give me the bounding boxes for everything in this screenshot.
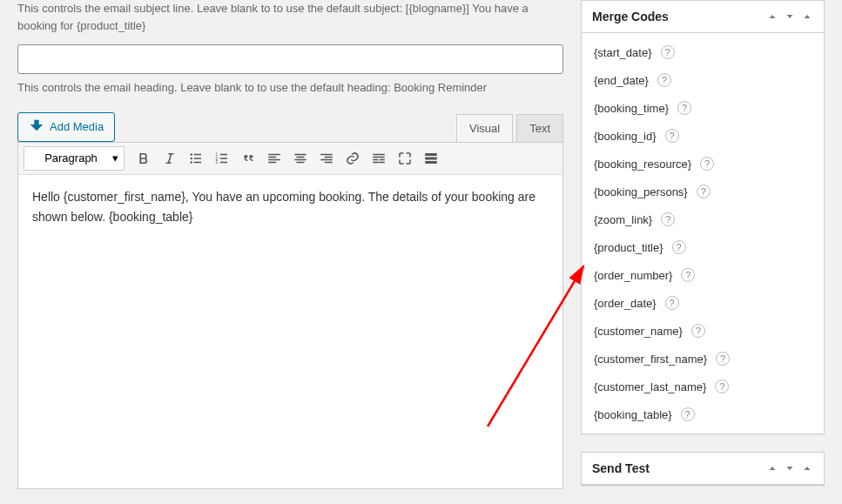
align-center-button[interactable] [288,146,313,171]
svg-point-2 [191,161,192,163]
help-icon[interactable]: ? [715,380,729,393]
subject-help-text: This controls the email subject line. Le… [17,0,563,34]
merge-code[interactable]: {customer_name} [594,325,683,338]
panel-move-down-icon[interactable] [784,462,796,474]
merge-code-item: {start_date}? [582,38,824,66]
email-heading-input[interactable] [17,44,563,74]
send-test-title: Send Test [592,461,650,475]
merge-code-item: {order_number}? [582,261,824,289]
editor-mode-tabs: Visual Text [456,114,563,142]
merge-code[interactable]: {start_date} [594,46,652,59]
merge-code[interactable]: {booking_resource} [594,158,691,171]
link-button[interactable] [340,146,365,171]
add-media-label: Add Media [50,120,104,133]
merge-code-item: {booking_table}? [582,400,824,428]
panel-toggle-icon[interactable] [801,462,813,474]
svg-rect-6 [425,153,437,156]
sidebar-column: Merge Codes {start_date}?{end_date}?{boo… [581,0,842,504]
merge-codes-list: {start_date}?{end_date}?{booking_time}?{… [582,33,824,433]
merge-code-item: {customer_last_name}? [582,373,824,400]
merge-code-item: {booking_time}? [582,94,824,122]
merge-code[interactable]: {customer_first_name} [594,353,707,366]
help-icon[interactable]: ? [681,268,695,282]
numbered-list-button[interactable]: 123 [210,146,234,171]
svg-point-1 [191,157,192,158]
panel-move-up-icon[interactable] [766,10,778,23]
blockquote-button[interactable] [236,146,260,171]
bold-button[interactable] [131,146,156,171]
editor-toolbar: Paragraph ▾ 123 [18,143,562,175]
merge-code[interactable]: {product_title} [594,241,663,254]
help-icon[interactable]: ? [700,157,714,171]
merge-code-item: {customer_first_name}? [582,345,824,373]
bullet-list-button[interactable] [184,146,208,171]
merge-code-item: {customer_name}? [582,317,824,345]
help-icon[interactable]: ? [697,185,711,198]
panel-toggle-icon[interactable] [801,10,813,23]
wysiwyg-editor: Paragraph ▾ 123 Hello {customer_first_na… [17,142,563,489]
merge-code-item: {booking_persons}? [582,178,824,205]
help-icon[interactable]: ? [661,212,675,226]
merge-code[interactable]: {booking_time} [594,102,669,115]
svg-point-0 [191,153,192,155]
merge-codes-panel: Merge Codes {start_date}?{end_date}?{boo… [581,0,825,434]
help-icon[interactable]: ? [677,101,691,115]
svg-text:3: 3 [216,160,219,165]
merge-code[interactable]: {booking_persons} [594,185,688,198]
merge-codes-title: Merge Codes [592,10,669,24]
toolbar-toggle-button[interactable] [419,146,443,171]
align-left-button[interactable] [262,146,286,171]
help-icon[interactable]: ? [691,324,705,338]
merge-code[interactable]: {order_date} [594,297,657,310]
merge-code[interactable]: {order_number} [594,269,672,282]
format-dropdown[interactable]: Paragraph ▾ [24,146,125,171]
insert-more-button[interactable] [367,146,391,171]
help-icon[interactable]: ? [661,45,675,59]
italic-button[interactable] [158,146,182,171]
help-icon[interactable]: ? [672,240,686,254]
merge-code[interactable]: {booking_table} [594,408,672,421]
merge-code[interactable]: {end_date} [594,74,649,87]
format-dropdown-label: Paragraph [44,151,98,165]
media-note-icon [29,118,50,136]
panel-move-down-icon[interactable] [784,10,796,23]
help-icon[interactable]: ? [716,352,730,366]
svg-rect-8 [425,161,437,164]
tab-text[interactable]: Text [516,114,563,142]
merge-code[interactable]: {customer_last_name} [594,380,706,393]
fullscreen-button[interactable] [393,146,417,171]
help-icon[interactable]: ? [681,407,695,421]
merge-code[interactable]: {booking_id} [594,130,657,143]
merge-code-item: {booking_id}? [582,122,824,150]
align-right-button[interactable] [314,146,339,171]
merge-code[interactable]: {zoom_link} [594,213,652,226]
chevron-down-icon: ▾ [112,151,118,165]
help-icon[interactable]: ? [665,296,679,310]
panel-move-up-icon[interactable] [766,462,778,474]
svg-rect-7 [425,157,437,159]
send-test-panel: Send Test [581,452,825,486]
tab-visual[interactable]: Visual [456,114,513,142]
editor-content[interactable]: Hello {customer_first_name}, You have an… [18,175,562,488]
help-icon[interactable]: ? [665,129,679,143]
help-icon[interactable]: ? [657,73,671,87]
heading-help-text: This controls the email heading. Leave b… [17,79,563,97]
merge-code-item: {product_title}? [582,233,824,261]
merge-code-item: {order_date}? [582,289,824,317]
merge-code-item: {end_date}? [582,66,824,94]
merge-code-item: {booking_resource}? [582,150,824,178]
merge-code-item: {zoom_link}? [582,205,824,233]
editor-column: This controls the email subject line. Le… [0,0,581,504]
add-media-button[interactable]: Add Media [17,112,115,142]
